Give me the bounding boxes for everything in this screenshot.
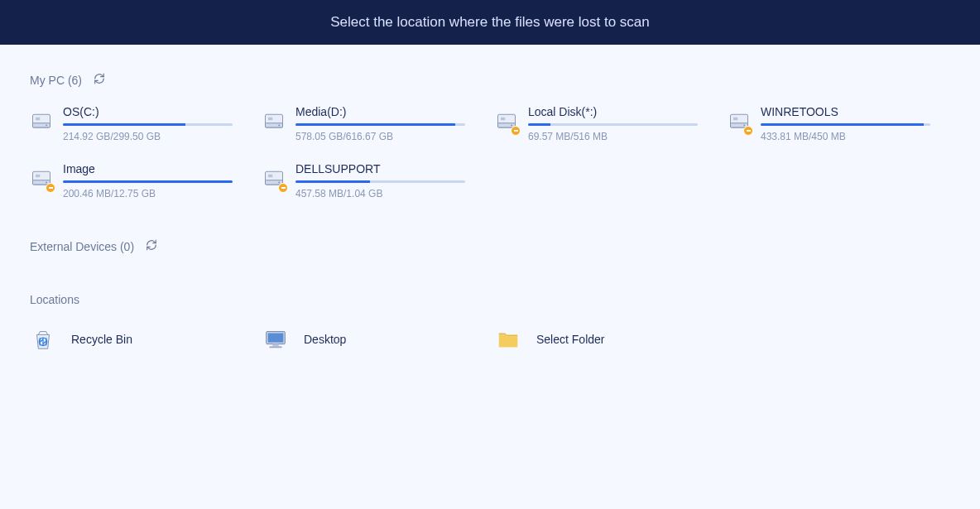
folder-icon [495, 326, 521, 353]
app-header: Select the location where the files were… [0, 0, 980, 45]
drive-item[interactable]: Media(D:) 578.05 GB/616.67 GB [262, 105, 485, 142]
drive-item[interactable]: DELLSUPPORT 457.58 MB/1.04 GB [262, 162, 485, 199]
location-label: Desktop [304, 333, 346, 346]
drive-name: WINRETOOLS [761, 105, 950, 118]
drive-name: Image [63, 162, 252, 175]
drive-body: Image 200.46 MB/12.75 GB [63, 162, 252, 199]
drive-usage-bar [761, 123, 930, 126]
drive-icon [30, 167, 53, 190]
drive-usage-text: 69.57 MB/516 MB [528, 131, 718, 142]
svg-rect-6 [268, 118, 272, 121]
drive-body: OS(C:) 214.92 GB/299.50 GB [63, 105, 252, 142]
drive-icon [728, 110, 751, 133]
svg-rect-5 [266, 123, 283, 127]
location-label: Select Folder [536, 333, 604, 346]
drive-icon [262, 167, 286, 190]
drive-grid: OS(C:) 214.92 GB/299.50 GB Media(D:) 578… [30, 105, 950, 199]
location-label: Recycle Bin [71, 333, 132, 346]
svg-rect-22 [268, 175, 272, 178]
drive-item[interactable]: WINRETOOLS 433.81 MB/450 MB [728, 105, 950, 142]
svg-rect-28 [270, 346, 282, 348]
refresh-icon[interactable] [94, 73, 105, 87]
locations-section: Locations Recycle Bin Desktop Select Fol… [30, 293, 950, 353]
drive-body: DELLSUPPORT 457.58 MB/1.04 GB [295, 162, 485, 199]
external-label: External Devices (0) [30, 240, 134, 253]
drive-usage-text: 200.46 MB/12.75 GB [63, 188, 252, 199]
main-content: My PC (6) OS(C:) 214.92 GB/299.50 GB Med… [0, 45, 980, 353]
drive-name: DELLSUPPORT [295, 162, 485, 175]
drive-badge-icon [278, 183, 288, 193]
drive-badge-icon [743, 126, 753, 136]
drive-usage-text: 433.81 MB/450 MB [761, 131, 950, 142]
drive-badge-icon [511, 126, 521, 136]
drive-icon [262, 110, 286, 133]
drive-body: Local Disk(*:) 69.57 MB/516 MB [528, 105, 718, 142]
drive-usage-text: 578.05 GB/616.67 GB [295, 131, 485, 142]
external-devices-section: External Devices (0) [30, 239, 950, 253]
drive-usage-bar [295, 180, 465, 183]
location-item[interactable]: Select Folder [495, 326, 718, 353]
svg-rect-2 [36, 118, 40, 121]
drive-icon [495, 110, 518, 133]
location-item[interactable]: Desktop [262, 326, 485, 353]
location-item[interactable]: Recycle Bin [30, 326, 252, 353]
locations-row: Recycle Bin Desktop Select Folder [30, 326, 950, 353]
drive-usage-bar [63, 123, 233, 126]
drive-name: Local Disk(*:) [528, 105, 718, 118]
drive-usage-bar [295, 123, 465, 126]
drive-usage-text: 214.92 GB/299.50 GB [63, 131, 252, 142]
svg-point-7 [278, 125, 280, 127]
mypc-label: My PC (6) [30, 74, 82, 87]
svg-rect-14 [733, 118, 737, 121]
drive-item[interactable]: OS(C:) 214.92 GB/299.50 GB [30, 105, 252, 142]
drive-name: Media(D:) [295, 105, 485, 118]
drive-usage-text: 457.58 MB/1.04 GB [295, 188, 485, 199]
drive-item[interactable]: Image 200.46 MB/12.75 GB [30, 162, 252, 199]
recycle-bin-icon [30, 326, 56, 353]
drive-badge-icon [46, 183, 55, 193]
svg-rect-27 [272, 344, 279, 347]
locations-label: Locations [30, 293, 950, 306]
svg-rect-1 [33, 123, 50, 127]
mypc-section-header: My PC (6) [30, 73, 950, 87]
svg-rect-10 [501, 118, 505, 121]
drive-name: OS(C:) [63, 105, 252, 118]
header-title: Select the location where the files were… [330, 14, 650, 31]
external-section-header: External Devices (0) [30, 239, 950, 253]
svg-point-3 [46, 125, 47, 127]
drive-usage-bar [63, 180, 233, 183]
drive-icon [30, 110, 53, 133]
svg-rect-26 [268, 334, 284, 343]
drive-usage-bar [528, 123, 698, 126]
svg-rect-18 [36, 175, 40, 178]
desktop-icon [262, 326, 289, 353]
refresh-icon[interactable] [146, 239, 157, 253]
drive-item[interactable]: Local Disk(*:) 69.57 MB/516 MB [495, 105, 718, 142]
drive-body: Media(D:) 578.05 GB/616.67 GB [295, 105, 485, 142]
drive-body: WINRETOOLS 433.81 MB/450 MB [761, 105, 950, 142]
